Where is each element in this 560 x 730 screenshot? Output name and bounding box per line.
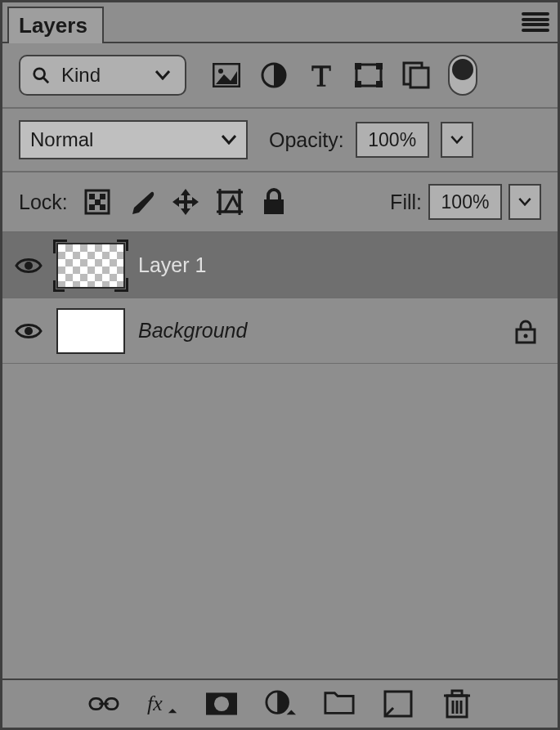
svg-rect-8	[355, 81, 361, 87]
layer-list: Layer 1 Background	[2, 233, 558, 680]
type-layer-filter-icon[interactable]	[307, 61, 335, 89]
svg-rect-13	[89, 194, 95, 199]
layer-mask-icon[interactable]	[206, 690, 237, 718]
lock-all-icon[interactable]	[259, 187, 289, 217]
fill-value-field[interactable]: 100%	[428, 184, 502, 220]
layer-thumbnail[interactable]	[56, 243, 125, 289]
pixel-layer-filter-icon[interactable]	[213, 61, 240, 89]
search-icon	[32, 66, 50, 84]
svg-text:fx: fx	[147, 692, 163, 715]
filter-kind-label: Kind	[61, 64, 101, 87]
tab-layers-label: Layers	[19, 13, 87, 38]
layer-style-icon[interactable]: fx	[147, 690, 178, 718]
svg-point-25	[25, 327, 33, 335]
link-layers-icon[interactable]	[88, 690, 119, 718]
layer-thumbnail[interactable]	[56, 308, 125, 354]
svg-point-0	[34, 69, 45, 79]
svg-rect-14	[100, 194, 105, 199]
blend-mode-value: Normal	[30, 128, 93, 151]
svg-point-33	[213, 696, 228, 711]
new-layer-icon[interactable]	[383, 690, 414, 718]
opacity-dropdown-button[interactable]	[441, 122, 473, 158]
smartobject-layer-filter-icon[interactable]	[402, 61, 430, 89]
opacity-label: Opacity:	[269, 128, 344, 152]
fill-label: Fill:	[390, 190, 422, 214]
svg-rect-7	[376, 63, 383, 69]
adjustment-layer-filter-icon[interactable]	[260, 61, 288, 89]
lock-transparency-icon[interactable]	[83, 187, 112, 217]
adjustment-layer-icon[interactable]	[265, 690, 296, 718]
delete-layer-icon[interactable]	[441, 690, 473, 718]
filter-kind-select[interactable]: Kind	[19, 55, 186, 96]
svg-rect-23	[264, 199, 284, 214]
filter-type-icons	[213, 61, 430, 89]
blend-mode-select[interactable]: Normal	[19, 120, 248, 159]
lock-label: Lock:	[19, 190, 68, 214]
svg-rect-11	[410, 68, 428, 87]
new-group-icon[interactable]	[324, 690, 355, 718]
fill-value: 100%	[441, 191, 490, 213]
layer-row[interactable]: Layer 1	[2, 233, 558, 298]
svg-point-27	[524, 334, 528, 338]
opacity-value-field[interactable]: 100%	[356, 122, 429, 158]
svg-rect-6	[355, 63, 361, 69]
layer-name[interactable]: Background	[138, 319, 247, 343]
lock-artboard-icon[interactable]	[215, 187, 244, 217]
svg-rect-38	[452, 691, 462, 696]
svg-line-1	[43, 78, 48, 83]
svg-rect-17	[100, 204, 105, 210]
lock-indicator-icon[interactable]	[515, 320, 538, 343]
svg-point-3	[218, 69, 223, 74]
chevron-down-icon	[222, 135, 236, 145]
lock-pixels-icon[interactable]	[127, 187, 156, 217]
visibility-toggle[interactable]	[14, 254, 43, 277]
opacity-value: 100%	[368, 129, 416, 151]
layer-row[interactable]: Background	[2, 298, 558, 364]
svg-rect-16	[89, 204, 95, 210]
tab-layers[interactable]: Layers	[7, 7, 104, 43]
panel-menu-button[interactable]	[522, 12, 549, 32]
filter-toggle[interactable]	[448, 55, 477, 96]
svg-rect-15	[95, 199, 101, 205]
blend-opacity-row: Normal Opacity: 100%	[2, 109, 558, 172]
chevron-down-icon	[155, 70, 170, 80]
shape-layer-filter-icon[interactable]	[355, 61, 383, 89]
lock-position-icon[interactable]	[171, 187, 200, 217]
lock-fill-row: Lock: Fill: 100%	[2, 172, 558, 233]
toggle-dot	[452, 59, 473, 80]
svg-rect-9	[376, 81, 383, 87]
visibility-toggle[interactable]	[14, 320, 43, 343]
svg-point-24	[25, 262, 33, 270]
filter-row: Kind	[2, 43, 558, 109]
layer-name[interactable]: Layer 1	[138, 253, 206, 277]
fill-dropdown-button[interactable]	[508, 184, 541, 220]
panel-bottom-toolbar: fx	[2, 680, 558, 728]
panel-tabbar: Layers	[2, 2, 558, 43]
